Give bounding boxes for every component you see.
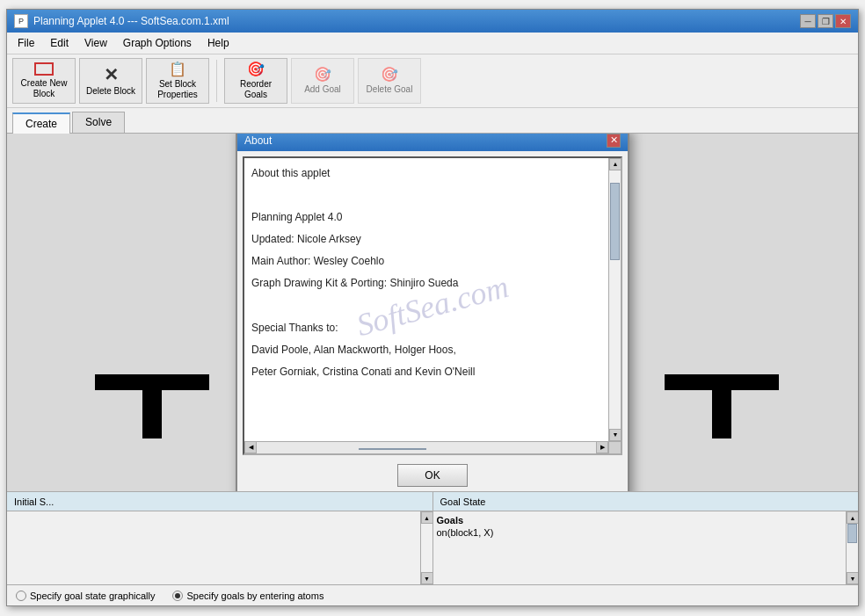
goal-state-panel: Goals on(block1, X) ▲ ▼ <box>433 511 859 584</box>
title-bar: P Planning Applet 4.0 --- SoftSea.com.1.… <box>7 10 858 33</box>
restore-button[interactable]: ❐ <box>818 14 833 28</box>
app-icon: P <box>14 14 28 28</box>
set-block-properties-button[interactable]: 📋 Set Block Properties <box>146 58 209 104</box>
goal-state-label: Goal State <box>433 492 859 511</box>
about-line-blank1 <box>251 187 603 204</box>
title-buttons: ─ ❐ ✕ <box>800 14 851 28</box>
menu-graph-options[interactable]: Graph Options <box>116 35 199 51</box>
initial-vscroll-down[interactable]: ▼ <box>421 572 433 584</box>
section-labels: Initial S... Goal State <box>7 492 858 511</box>
delete-block-label: Delete Block <box>86 86 135 97</box>
ok-button-container: OK <box>243 460 622 490</box>
radio-graphical[interactable]: Specify goal state graphically <box>16 591 155 601</box>
bottom-panels: ▲ ▼ Goals on(block1, X) ▲ ▼ <box>7 511 858 584</box>
set-block-properties-label: Set Block Properties <box>150 79 205 100</box>
ok-button[interactable]: OK <box>397 464 468 487</box>
delete-goal-button[interactable]: 🎯 Delete Goal <box>358 58 421 104</box>
radio-graphical-circle[interactable] <box>16 591 26 601</box>
delete-goal-label: Delete Goal <box>367 84 413 95</box>
initial-vscroll-up[interactable]: ▲ <box>421 511 433 524</box>
about-line-blank2 <box>251 298 603 315</box>
dialog-title: About <box>244 134 272 147</box>
about-line-3: Updated: Nicole Arksey <box>251 231 603 248</box>
about-line-8: David Poole, Alan Mackworth, Holger Hoos… <box>251 342 603 359</box>
tabs: Create Solve <box>7 108 858 134</box>
hscroll-right-btn[interactable]: ▶ <box>596 441 608 453</box>
window-close-button[interactable]: ✕ <box>835 14 851 28</box>
menu-help[interactable]: Help <box>200 35 236 51</box>
dialog-hscrollbar[interactable]: ◀ ▶ <box>244 441 608 453</box>
window-title: Planning Applet 4.0 --- SoftSea.com.1.xm… <box>33 15 229 27</box>
goal-vscroll-track[interactable] <box>847 524 858 572</box>
add-goal-button[interactable]: 🎯 Add Goal <box>291 58 354 104</box>
menu-file[interactable]: File <box>11 35 41 51</box>
add-goal-label: Add Goal <box>304 84 341 95</box>
vscroll-track[interactable] <box>609 170 621 429</box>
delete-block-icon: ✕ <box>104 66 119 83</box>
goals-content: Goals on(block1, X) <box>433 511 859 541</box>
radio-graphical-label: Specify goal state graphically <box>30 591 155 601</box>
bottom-area: Initial S... Goal State ▲ ▼ Goals on(blo… <box>7 491 858 605</box>
dialog-title-bar: About ✕ <box>237 134 628 151</box>
initial-vscroll-track[interactable] <box>421 524 432 572</box>
toolbar: Create New Block ✕ Delete Block 📋 Set Bl… <box>7 54 858 108</box>
about-line-4: Main Author: Wesley Coehlo <box>251 253 603 270</box>
goal-vscroll-thumb[interactable] <box>847 524 857 543</box>
about-line-7: Special Thanks to: <box>251 320 603 337</box>
goal-vscroll-down[interactable]: ▼ <box>847 572 858 584</box>
dialog-vscrollbar[interactable]: ▲ ▼ <box>608 158 621 441</box>
add-goal-icon: 🎯 <box>314 68 331 82</box>
minimize-button[interactable]: ─ <box>800 14 816 28</box>
dialog-text-area[interactable]: About this applet Planning Applet 4.0 Up… <box>243 156 622 455</box>
tab-solve[interactable]: Solve <box>72 112 125 133</box>
reorder-goals-icon: 🎯 <box>247 62 265 76</box>
content-area: About ✕ About this applet Planning Apple… <box>7 134 858 491</box>
bottom-options: Specify goal state graphically Specify g… <box>7 584 858 605</box>
tab-create[interactable]: Create <box>12 112 70 134</box>
modal-overlay: About ✕ About this applet Planning Apple… <box>7 134 858 491</box>
goals-heading: Goals <box>437 515 843 525</box>
menu-view[interactable]: View <box>77 35 114 51</box>
title-bar-left: P Planning Applet 4.0 --- SoftSea.com.1.… <box>14 14 229 28</box>
about-line-9: Peter Gorniak, Cristina Conati and Kevin… <box>251 364 603 380</box>
radio-atoms-circle[interactable] <box>172 591 183 601</box>
about-line-2: Planning Applet 4.0 <box>251 209 603 226</box>
goal-state-vscroll[interactable]: ▲ ▼ <box>846 511 858 584</box>
dialog-text-content: About this applet Planning Applet 4.0 Up… <box>244 158 621 404</box>
set-properties-icon: 📋 <box>169 62 186 76</box>
goal-vscroll-up[interactable]: ▲ <box>847 511 858 524</box>
vscroll-thumb[interactable] <box>610 183 620 260</box>
about-line-5: Graph Drawing Kit & Porting: Shinjiro Su… <box>251 275 603 292</box>
toolbar-separator-1 <box>216 60 217 102</box>
initial-state-panel: ▲ ▼ <box>7 511 433 584</box>
goals-text: on(block1, X) <box>437 527 843 538</box>
reorder-goals-button[interactable]: 🎯 Reorder Goals <box>224 58 287 104</box>
create-new-block-label: Create New Block <box>17 78 71 99</box>
create-new-block-button[interactable]: Create New Block <box>12 58 76 104</box>
main-window: P Planning Applet 4.0 --- SoftSea.com.1.… <box>6 9 859 606</box>
hscroll-left-btn[interactable]: ◀ <box>244 441 257 453</box>
initial-state-label: Initial S... <box>7 492 433 511</box>
delete-block-button[interactable]: ✕ Delete Block <box>79 58 142 104</box>
scroll-corner <box>608 441 621 453</box>
about-dialog: About ✕ About this applet Planning Apple… <box>236 134 629 491</box>
dialog-close-button[interactable]: ✕ <box>607 134 621 148</box>
about-line-0: About this applet <box>251 165 603 182</box>
menu-edit[interactable]: Edit <box>43 35 76 51</box>
reorder-goals-label: Reorder Goals <box>229 79 283 100</box>
hscroll-thumb[interactable] <box>359 448 426 450</box>
dialog-content: About this applet Planning Applet 4.0 Up… <box>237 151 628 492</box>
initial-state-vscroll[interactable]: ▲ ▼ <box>420 511 432 584</box>
vscroll-up-btn[interactable]: ▲ <box>609 158 621 170</box>
delete-goal-icon: 🎯 <box>381 68 398 82</box>
radio-atoms-label: Specify goals by entering atoms <box>186 591 323 601</box>
menu-bar: File Edit View Graph Options Help <box>7 33 858 54</box>
vscroll-down-btn[interactable]: ▼ <box>609 429 621 441</box>
radio-atoms[interactable]: Specify goals by entering atoms <box>172 591 323 601</box>
create-block-icon <box>34 62 54 76</box>
